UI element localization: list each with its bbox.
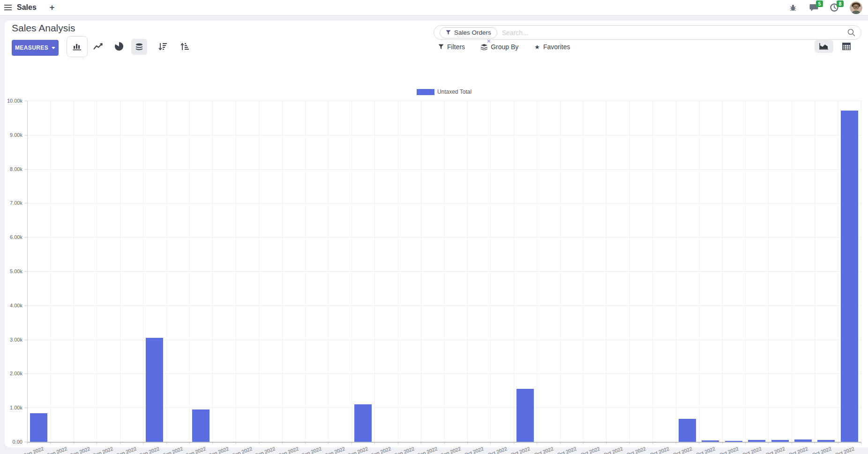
x-tick-label: 10 Oct 2022 bbox=[666, 446, 693, 454]
h-gridline bbox=[27, 237, 861, 238]
area-chart-icon bbox=[819, 43, 829, 50]
x-tick-mark bbox=[861, 442, 861, 444]
legend-label: Untaxed Total bbox=[437, 89, 471, 95]
x-tick-label: 08 Oct 2022 bbox=[620, 446, 647, 454]
x-tick-label: 09 Oct 2022 bbox=[643, 446, 670, 454]
y-tick-label: 7.00k bbox=[1, 200, 22, 206]
x-tick-label: 03 Oct 2022 bbox=[504, 446, 531, 454]
chart-bar[interactable] bbox=[30, 413, 47, 442]
search-bar[interactable]: Sales Orders × bbox=[434, 25, 861, 40]
y-tick-label: 8.00k bbox=[1, 166, 22, 172]
chart-bar[interactable] bbox=[748, 440, 765, 442]
chart-bar[interactable] bbox=[771, 440, 789, 442]
favorites-label: Favorites bbox=[543, 43, 570, 51]
pie-chart-icon bbox=[115, 42, 123, 51]
filter-funnel-icon bbox=[446, 30, 451, 35]
sort-ascending-button[interactable] bbox=[179, 41, 191, 52]
stacked-database-icon bbox=[135, 43, 143, 51]
legend-swatch bbox=[417, 89, 434, 95]
chart-bar[interactable] bbox=[817, 440, 835, 442]
sort-amount-asc-icon bbox=[180, 43, 189, 51]
avatar-image bbox=[850, 1, 862, 14]
x-tick-label: 02 Oct 2022 bbox=[480, 446, 508, 454]
x-tick-label: 16 Oct 2022 bbox=[805, 446, 832, 454]
chart-bar[interactable] bbox=[354, 404, 372, 442]
y-tick-label: 0.00 bbox=[1, 439, 22, 445]
y-tick-label: 4.00k bbox=[1, 303, 22, 308]
chart-bar[interactable] bbox=[192, 409, 210, 442]
v-gridline bbox=[861, 101, 861, 442]
app-name[interactable]: Sales bbox=[17, 3, 37, 12]
pivot-table-icon bbox=[842, 43, 851, 50]
group-by-label: Group By bbox=[491, 43, 518, 51]
x-tick-label: 06 Oct 2022 bbox=[573, 446, 600, 454]
chart-bar[interactable] bbox=[679, 419, 696, 442]
search-facet-sales-orders[interactable]: Sales Orders bbox=[440, 27, 497, 38]
x-tick-label: 15 Oct 2022 bbox=[782, 446, 809, 454]
graph-view-button[interactable] bbox=[815, 40, 833, 53]
bug-icon bbox=[790, 4, 796, 11]
x-axis-line bbox=[27, 442, 861, 443]
activities-icon[interactable]: 8 bbox=[829, 2, 839, 13]
filters-funnel-icon bbox=[438, 44, 444, 50]
group-by-menu-button[interactable]: Group By bbox=[481, 43, 518, 51]
y-tick-label: 3.00k bbox=[1, 337, 22, 342]
x-tick-label: 04 Oct 2022 bbox=[527, 446, 554, 454]
navbar-systray: 5 8 bbox=[788, 1, 868, 14]
h-gridline bbox=[27, 305, 861, 306]
favorites-star-icon: ★ bbox=[534, 44, 540, 50]
h-gridline bbox=[27, 169, 861, 170]
apps-menu-icon[interactable] bbox=[0, 0, 16, 15]
messages-icon[interactable]: 5 bbox=[808, 2, 819, 13]
messages-badge: 5 bbox=[816, 0, 823, 7]
debug-bug-icon[interactable] bbox=[788, 2, 798, 13]
y-tick-label: 6.00k bbox=[1, 234, 22, 240]
x-tick-label: 17 Oct 2022 bbox=[828, 446, 855, 454]
h-gridline bbox=[27, 135, 861, 135]
h-gridline bbox=[27, 101, 861, 101]
chart-bar[interactable] bbox=[841, 111, 858, 442]
pivot-view-button[interactable] bbox=[837, 40, 856, 53]
chart-bar[interactable] bbox=[702, 440, 719, 442]
content-panel: Sales Analysis MEASURES bbox=[5, 21, 868, 447]
y-tick-label: 1.00k bbox=[1, 405, 22, 410]
chart-bar[interactable] bbox=[794, 439, 812, 442]
h-gridline bbox=[27, 203, 861, 203]
y-axis-line bbox=[27, 101, 28, 442]
pie-chart-view-button[interactable] bbox=[113, 42, 125, 51]
bar-chart-view-button[interactable] bbox=[67, 36, 88, 57]
chart-bar[interactable] bbox=[146, 338, 163, 442]
sort-descending-button[interactable] bbox=[157, 41, 169, 52]
group-by-layers-icon bbox=[481, 44, 487, 50]
chart-bar[interactable] bbox=[725, 441, 742, 442]
x-tick-label: 07 Oct 2022 bbox=[596, 446, 623, 454]
x-tick-label: 12 Oct 2022 bbox=[712, 446, 739, 454]
caret-down-icon bbox=[52, 47, 55, 49]
chart-bar[interactable] bbox=[516, 389, 534, 442]
x-tick-label: 05 Oct 2022 bbox=[550, 446, 577, 454]
y-tick-label: 10.00k bbox=[1, 98, 22, 104]
stacked-toggle-button[interactable] bbox=[131, 39, 147, 55]
y-tick-label: 9.00k bbox=[1, 132, 22, 138]
bar-chart-icon bbox=[73, 43, 82, 51]
search-options-row: Filters Group By ★ Favorites bbox=[438, 43, 570, 51]
user-avatar[interactable] bbox=[850, 1, 862, 14]
activities-badge: 8 bbox=[837, 0, 844, 7]
x-tick-label: 11 Oct 2022 bbox=[689, 446, 716, 454]
chart-legend: Untaxed Total bbox=[27, 89, 861, 95]
x-tick-label: 13 Oct 2022 bbox=[735, 446, 763, 454]
new-tab-button[interactable]: + bbox=[50, 3, 55, 12]
h-gridline bbox=[27, 271, 861, 272]
y-tick-mark bbox=[24, 442, 27, 442]
page-title: Sales Analysis bbox=[12, 22, 75, 34]
filters-menu-button[interactable]: Filters bbox=[438, 43, 465, 51]
search-input[interactable] bbox=[502, 29, 843, 37]
bar-chart: Untaxed Total 0.001.00k2.00k3.00k4.00k5.… bbox=[5, 65, 868, 447]
top-navbar: Sales + 5 8 bbox=[0, 0, 868, 15]
legend-item-untaxed-total[interactable]: Untaxed Total bbox=[417, 89, 471, 95]
measures-button[interactable]: MEASURES bbox=[12, 40, 59, 56]
line-chart-view-button[interactable] bbox=[93, 42, 104, 51]
facet-label: Sales Orders bbox=[454, 29, 491, 36]
search-icon[interactable] bbox=[847, 29, 855, 37]
favorites-menu-button[interactable]: ★ Favorites bbox=[534, 43, 570, 51]
